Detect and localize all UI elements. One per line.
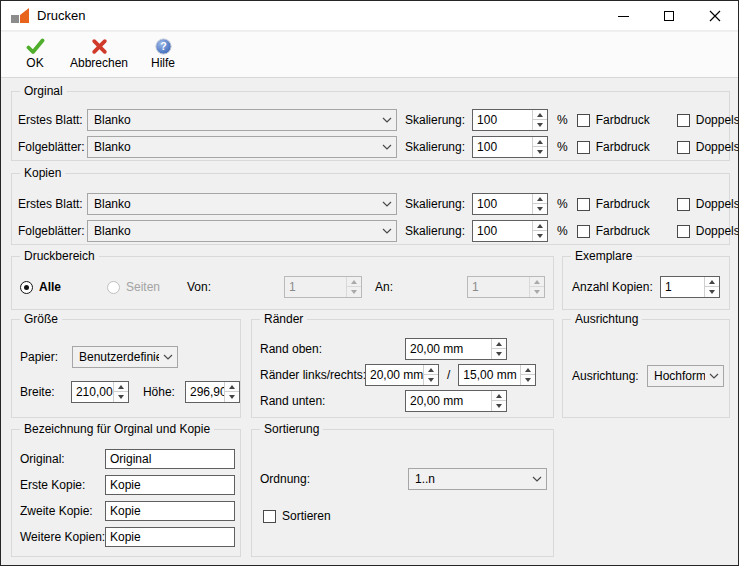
breite-spinner[interactable]: 210,00 [71,381,129,403]
chevron-down-icon [382,228,392,234]
seiten-label: Seiten [126,280,160,294]
kopien-erstes-skalierung-spinner[interactable]: 100 [472,193,548,215]
spinner-up-icon[interactable] [533,137,547,147]
alle-label: Alle [39,280,61,294]
orginal-erstes-doppelseitig-checkbox[interactable]: Doppelseitig [677,113,739,127]
sortieren-checkbox[interactable]: Sortieren [263,509,331,523]
an-label: An: [375,280,467,294]
spinner-up-icon[interactable] [114,382,128,392]
close-button[interactable] [692,1,738,31]
percent-label: % [557,197,568,211]
kopien-folge-doppelseitig-checkbox[interactable]: Doppelseitig [677,224,739,238]
spinner-buttons [532,221,547,241]
ausrichtung-combo[interactable]: Hochformat [647,365,724,387]
orginal-erstes-blatt-combo[interactable]: Blanko [87,109,397,131]
breite-label: Breite: [20,385,71,399]
spinner-up-icon[interactable] [705,277,719,287]
minimize-button[interactable] [600,1,646,31]
spinner-down-icon[interactable] [424,375,438,385]
group-kopien: Kopien Erstes Blatt: Blanko Skalierung: … [11,173,730,245]
sortieren-row: Sortieren [260,509,553,523]
doppelseitig-label: Doppelseitig [696,113,739,127]
spinner-up-icon[interactable] [521,365,535,375]
rand-oben-spinner[interactable]: 20,00 mm [405,338,507,360]
orginal-folgeblaetter-combo[interactable]: Blanko [87,136,397,158]
percent-label: % [557,140,568,154]
spinner-value: 296,90 [186,382,224,402]
orginal-erstes-skalierung-spinner[interactable]: 100 [472,109,548,131]
spinner-up-icon[interactable] [533,194,547,204]
orginal-erstes-blatt-row: Erstes Blatt: Blanko Skalierung: 100 % F… [12,109,729,131]
orginal-folge-skalierung-spinner[interactable]: 100 [472,136,548,158]
spinner-buttons [520,365,535,385]
checkbox-icon [263,510,276,523]
spinner-up-icon[interactable] [533,221,547,231]
rand-unten-row: Rand unten: 20,00 mm [260,390,553,412]
zweite-kopie-input[interactable] [105,501,235,521]
orginal-folge-doppelseitig-checkbox[interactable]: Doppelseitig [677,140,739,154]
spinner-down-icon[interactable] [521,375,535,385]
chevron-down-icon [709,373,719,379]
kopien-folge-skalierung-spinner[interactable]: 100 [472,220,548,242]
spinner-up-icon[interactable] [225,382,239,392]
spinner-down-icon[interactable] [533,147,547,157]
spinner-up-icon[interactable] [533,110,547,120]
radio-alle[interactable]: Alle [20,280,107,294]
weitere-kopien-input[interactable] [105,527,235,547]
anzahl-kopien-spinner[interactable]: 1 [660,276,720,298]
kopien-folgeblaetter-combo[interactable]: Blanko [87,220,397,242]
farbdruck-label: Farbdruck [596,224,650,238]
rand-rechts-spinner[interactable]: 15,00 mm [458,364,536,386]
spinner-down-icon[interactable] [533,204,547,214]
help-button[interactable]: ? Hilfe [150,37,176,70]
rand-oben-row: Rand oben: 20,00 mm [260,338,553,360]
spinner-buttons [491,339,506,359]
skalierung-label: Skalierung: [405,197,465,211]
papier-combo[interactable]: Benutzerdefiniert [72,346,178,368]
combo-value: Benutzerdefiniert [79,350,159,364]
checkbox-icon [677,198,690,211]
kopien-erstes-blatt-combo[interactable]: Blanko [87,193,397,215]
rand-links-spinner[interactable]: 20,00 mm [365,364,439,386]
titlebar: Drucken [1,1,738,31]
spinner-buttons [423,365,438,385]
spinner-up-icon [530,277,544,287]
print-dialog-window: Drucken OK Abbrechen [0,0,739,566]
spinner-down-icon[interactable] [705,287,719,297]
original-name-input[interactable] [105,449,235,469]
maximize-button[interactable] [646,1,692,31]
radio-seiten[interactable]: Seiten [107,280,187,294]
cancel-button-label: Abbrechen [70,56,128,70]
cancel-x-icon [91,37,108,55]
ordnung-combo[interactable]: 1..n [408,468,547,490]
orginal-folgeblaetter-row: Folgeblätter: Blanko Skalierung: 100 % F… [12,136,729,158]
kopien-erstes-farbdruck-checkbox[interactable]: Farbdruck [577,197,650,211]
cancel-button[interactable]: Abbrechen [70,37,128,70]
spinner-up-icon[interactable] [492,339,506,349]
checkbox-icon [677,225,690,238]
original-label: Original: [20,452,105,466]
spinner-down-icon[interactable] [114,392,128,402]
kopien-erstes-doppelseitig-checkbox[interactable]: Doppelseitig [677,197,739,211]
ok-button[interactable]: OK [22,37,48,70]
spinner-down-icon[interactable] [225,392,239,402]
orginal-erstes-farbdruck-checkbox[interactable]: Farbdruck [577,113,650,127]
erste-kopie-row: Erste Kopie: [20,475,240,495]
zweite-kopie-label: Zweite Kopie: [20,504,105,518]
spinner-down-icon[interactable] [533,231,547,241]
spinner-up-icon[interactable] [424,365,438,375]
hoehe-spinner[interactable]: 296,90 [185,381,240,403]
spinner-down-icon [530,287,544,297]
combo-value: Hochformat [654,369,705,383]
spinner-up-icon[interactable] [492,391,506,401]
spinner-down-icon[interactable] [492,401,506,411]
spinner-up-icon [347,277,361,287]
raender-links-rechts-label: Ränder links/rechts: [260,368,365,382]
anzahl-kopien-label: Anzahl Kopien: [572,280,660,294]
spinner-down-icon[interactable] [492,349,506,359]
erste-kopie-input[interactable] [105,475,235,495]
spinner-down-icon[interactable] [533,120,547,130]
kopien-folge-farbdruck-checkbox[interactable]: Farbdruck [577,224,650,238]
orginal-folge-farbdruck-checkbox[interactable]: Farbdruck [577,140,650,154]
rand-unten-spinner[interactable]: 20,00 mm [405,390,507,412]
